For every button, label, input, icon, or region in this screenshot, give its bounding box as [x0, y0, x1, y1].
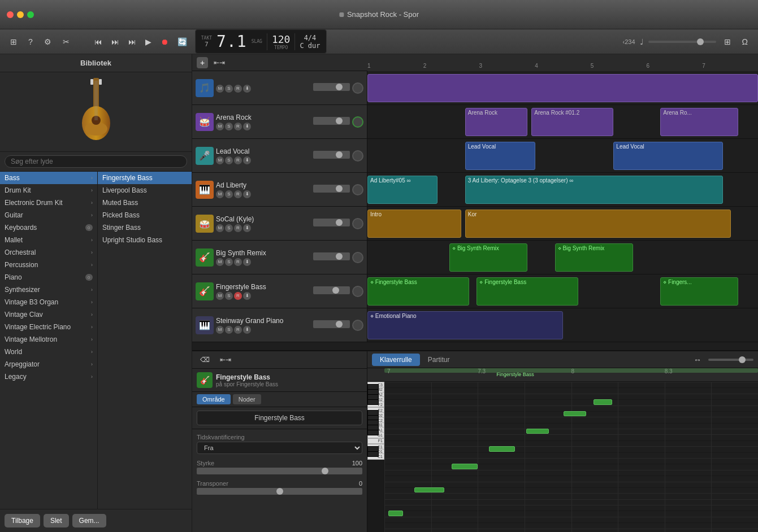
- volume-fader-track-fingerstyle[interactable]: [313, 286, 350, 294]
- segment-track-fingerstyle[interactable]: ⋄ Fingers...: [660, 277, 738, 306]
- track-record-btn[interactable]: R: [234, 190, 242, 198]
- sidebar-item-percussion[interactable]: Percussion›: [0, 259, 97, 271]
- track-bounce-btn[interactable]: ⬇: [243, 224, 251, 232]
- rewind-button[interactable]: ⏮: [91, 35, 106, 49]
- track-bounce-btn[interactable]: ⬇: [243, 190, 251, 198]
- piano-key-black-18[interactable]: [367, 430, 379, 435]
- pr-mode-button[interactable]: ⇤⇥: [216, 354, 235, 366]
- piano-key-F1[interactable]: F1: [367, 438, 384, 444]
- segment-track-lead-vocal[interactable]: Lead Vocal: [613, 142, 722, 170]
- track-headphones-btn[interactable]: S: [225, 190, 233, 198]
- track-headphones-btn[interactable]: S: [225, 326, 233, 334]
- sidebar-item-vintage-b3-organ[interactable]: Vintage B3 Organ›: [0, 296, 97, 308]
- sidebar-item-arpeggiator[interactable]: Arpeggiator›: [0, 358, 97, 370]
- track-pan-knob-track-fingerstyle[interactable]: [352, 286, 363, 297]
- play-button[interactable]: ▶: [142, 35, 155, 49]
- add-track-button[interactable]: +: [197, 57, 208, 68]
- track-mute-btn[interactable]: M: [216, 326, 224, 334]
- transponer-slider[interactable]: [197, 488, 362, 495]
- save-button[interactable]: Gem...: [72, 514, 106, 527]
- track-bounce-btn[interactable]: ⬇: [243, 85, 251, 93]
- grid-view-button[interactable]: ⊞: [721, 35, 734, 49]
- track-mute-btn[interactable]: M: [216, 292, 224, 300]
- segment-track-arena-rock[interactable]: Arena Rock #01.2: [531, 108, 613, 136]
- segment-track-arena-rock[interactable]: Arena Ro...: [660, 108, 738, 136]
- track-pan-knob-track-socal[interactable]: [352, 218, 363, 229]
- pr-zoom-out[interactable]: ↔: [690, 353, 705, 367]
- piano-note-4[interactable]: [526, 429, 549, 434]
- piano-key-black-7[interactable]: [367, 399, 379, 405]
- track-record-btn[interactable]: R: [234, 258, 242, 266]
- segment-track-steinway[interactable]: ⋄ Emotional Piano: [367, 311, 563, 339]
- omega-button[interactable]: Ω: [739, 35, 751, 49]
- sidebar-item-vintage-clav[interactable]: Vintage Clav›: [0, 308, 97, 321]
- sidebar-item-orchestral[interactable]: Orchestral›: [0, 246, 97, 259]
- signature-display[interactable]: 4/4 C dur: [300, 34, 320, 50]
- scissors-button[interactable]: ✂: [59, 35, 73, 49]
- fast-forward-button[interactable]: ⏭: [108, 35, 123, 49]
- segment-track-socal[interactable]: Intro: [367, 210, 461, 238]
- track-headphones-btn[interactable]: S: [225, 123, 233, 130]
- track-record-btn[interactable]: R: [234, 156, 242, 164]
- volume-fader-track-steinway[interactable]: [313, 320, 350, 328]
- segment-track-arena-rock[interactable]: Arena Rock: [465, 108, 528, 136]
- track-mute-btn[interactable]: M: [216, 156, 224, 164]
- segment-track-big-synth[interactable]: ⋄ Big Synth Remix: [449, 243, 527, 272]
- sidebar-item-bass[interactable]: Bass›: [0, 172, 97, 184]
- track-mute-btn[interactable]: M: [216, 224, 224, 232]
- segment-track-lead-vocal[interactable]: Lead Vocal: [465, 142, 535, 170]
- sidebar-item-piano[interactable]: Piano○: [0, 271, 97, 284]
- sidebar-item-vintage-electric-piano[interactable]: Vintage Electric Piano›: [0, 321, 97, 333]
- volume-fader-track-socal[interactable]: [313, 219, 350, 226]
- maximize-button[interactable]: [27, 11, 34, 18]
- piano-note-5[interactable]: [564, 411, 586, 416]
- segment-track-ad-liberty[interactable]: Ad Liberty#05 ∞: [367, 176, 438, 204]
- track-pan-knob-track-big-synth[interactable]: [352, 252, 363, 263]
- instrument-item-picked-bass[interactable]: Picked Bass: [98, 209, 192, 221]
- track-headphones-btn[interactable]: S: [225, 292, 233, 300]
- close-button[interactable]: [7, 11, 14, 18]
- help-button[interactable]: ?: [25, 35, 36, 49]
- styrke-slider[interactable]: [197, 468, 362, 474]
- instrument-item-fingerstyle-bass[interactable]: Fingerstyle Bass: [98, 172, 192, 184]
- track-pan-knob-track-ad-liberty[interactable]: [352, 184, 363, 195]
- volume-fader-track-arena-rock[interactable]: [313, 117, 350, 125]
- track-mute-btn[interactable]: M: [216, 123, 224, 130]
- track-record-btn[interactable]: R: [234, 85, 242, 93]
- track-bounce-btn[interactable]: ⬇: [243, 292, 251, 300]
- volume-fader-track-lead-vocal[interactable]: [313, 151, 350, 159]
- track-pan-knob-track-arena-rock[interactable]: [352, 116, 363, 128]
- volume-fader-track-big-synth[interactable]: [313, 252, 350, 260]
- instrument-item-liverpool-bass[interactable]: Liverpool Bass: [98, 184, 192, 197]
- record-button[interactable]: ⏺: [157, 35, 172, 49]
- track-pan-knob-track-steinway[interactable]: [352, 320, 363, 331]
- piano-note-0[interactable]: [388, 511, 403, 516]
- track-mute-btn[interactable]: M: [216, 258, 224, 266]
- volume-fader-track-ad-liberty[interactable]: [313, 185, 350, 193]
- library-button[interactable]: ⊞: [7, 35, 20, 49]
- track-headphones-btn[interactable]: S: [225, 224, 233, 232]
- segment-track-ad-liberty[interactable]: 3 Ad Liberty: Optagelse 3 (3 optagelser)…: [465, 176, 723, 204]
- sidebar-item-drum-kit[interactable]: Drum Kit›: [0, 184, 97, 197]
- minimize-button[interactable]: [17, 11, 24, 18]
- collapse-all-button[interactable]: ⇤⇥: [211, 58, 227, 68]
- tab-partitur[interactable]: Partitur: [420, 354, 458, 366]
- tidskvantificering-select[interactable]: Fra 1/4 1/8 1/16: [197, 442, 362, 454]
- tab-omrade[interactable]: Område: [197, 394, 231, 404]
- piano-roll-grid[interactable]: [384, 382, 758, 532]
- tab-noder[interactable]: Noder: [233, 394, 261, 404]
- sidebar-item-mallet[interactable]: Mallet›: [0, 234, 97, 246]
- master-volume-slider[interactable]: [648, 41, 716, 43]
- track-record-btn[interactable]: R: [234, 326, 242, 334]
- track-record-btn[interactable]: R: [234, 123, 242, 130]
- segment-track-1[interactable]: [367, 74, 758, 102]
- tempo-display[interactable]: 120 TEMPO: [272, 33, 291, 50]
- track-pan-knob-track-1[interactable]: [352, 82, 363, 94]
- segment-track-big-synth[interactable]: ⋄ Big Synth Remix: [555, 243, 633, 272]
- skip-back-button[interactable]: ⏭: [125, 35, 140, 49]
- settings-button[interactable]: ⚙: [41, 35, 55, 49]
- piano-note-6[interactable]: [594, 399, 612, 404]
- piano-note-3[interactable]: [489, 446, 515, 451]
- instrument-item-stinger-bass[interactable]: Stinger Bass: [98, 221, 192, 234]
- metronome-icon[interactable]: ♩: [640, 37, 644, 46]
